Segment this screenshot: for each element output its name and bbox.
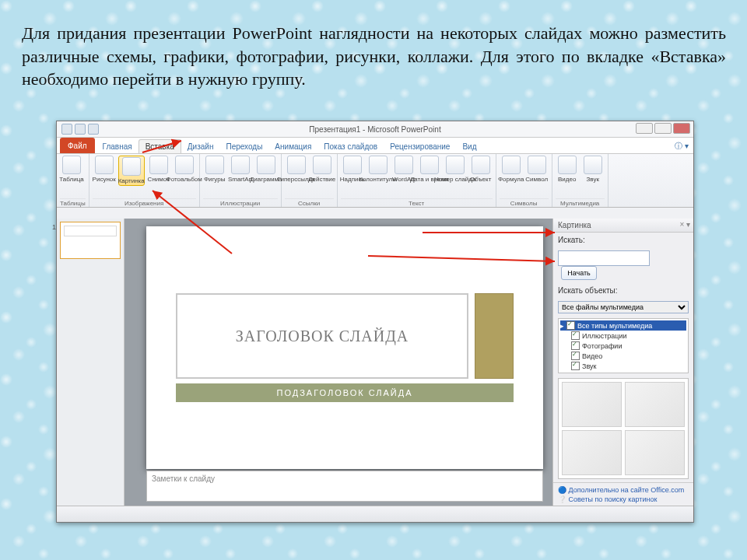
ribbon-button-label: Звук xyxy=(586,176,598,183)
media-type-tree[interactable]: ▸ Все типы мультимедиа Иллюстрации Фотог… xyxy=(558,318,689,373)
checkbox-icon[interactable] xyxy=(571,331,580,340)
footer-link-tips[interactable]: ❔ Советы по поиску картинок xyxy=(558,495,689,504)
ribbon-button[interactable]: Фигуры xyxy=(203,156,226,183)
maximize-button[interactable] xyxy=(654,123,672,134)
tree-item[interactable]: Иллюстрации xyxy=(560,331,686,341)
ribbon-icon xyxy=(472,156,490,174)
minimize-button[interactable] xyxy=(636,123,653,134)
ribbon-button-label: Формула xyxy=(498,176,524,183)
ribbon-group-label: Изображения xyxy=(93,198,196,207)
status-bar xyxy=(57,506,693,522)
ribbon-button[interactable]: Звук xyxy=(581,156,605,183)
footer-link-office[interactable]: 🔵 Дополнительно на сайте Office.com xyxy=(558,485,689,495)
ribbon-group-label: Мультимедиа xyxy=(556,198,605,207)
slide-title-placeholder[interactable]: ЗАГОЛОВОК СЛАЙДА xyxy=(176,293,468,379)
clipart-result[interactable] xyxy=(562,430,622,475)
ribbon-group: РисунокКартинкаСнимокФотоальбомИзображен… xyxy=(89,154,200,207)
search-input[interactable] xyxy=(558,250,650,266)
ribbon-button[interactable]: Колонтитулы xyxy=(366,156,390,183)
slide-canvas-area: ЗАГОЛОВОК СЛАЙДА ПОДЗАГОЛОВОК СЛАЙДА Зам… xyxy=(124,219,552,506)
checkbox-icon[interactable] xyxy=(566,321,575,330)
ribbon-icon xyxy=(175,156,194,174)
panel-close-icon[interactable]: × ▾ xyxy=(679,220,690,229)
ribbon-button-label: Объект xyxy=(470,176,491,183)
ribbon-button[interactable]: Действие xyxy=(310,156,334,183)
ribbon-button[interactable]: SmartArt xyxy=(229,156,252,183)
ribbon-icon xyxy=(558,156,577,174)
ribbon-icon xyxy=(446,156,465,174)
ribbon-button[interactable]: Формула xyxy=(500,156,523,183)
tab-animation[interactable]: Анимация xyxy=(268,140,317,153)
ribbon-icon xyxy=(584,156,602,174)
clipart-result[interactable] xyxy=(562,382,622,427)
quick-access-toolbar[interactable] xyxy=(61,124,99,135)
clipart-result[interactable] xyxy=(625,430,685,475)
media-type-select[interactable]: Все файлы мультимедиа xyxy=(558,301,689,313)
ribbon-button[interactable]: Диаграмма xyxy=(254,156,278,183)
close-button[interactable] xyxy=(673,123,690,134)
ribbon-group: НадписьКолонтитулыWordArtДата и времяНом… xyxy=(338,154,496,207)
tab-file[interactable]: Файл xyxy=(60,138,95,153)
caption-text: Для придания презентации PowerPoint нагл… xyxy=(22,22,726,91)
tree-item[interactable]: Фотографии xyxy=(560,341,686,351)
notes-pane[interactable]: Заметки к слайду xyxy=(146,471,543,502)
ribbon-group: ФормулаСимволСимволы xyxy=(496,154,552,207)
search-go-button[interactable]: Начать xyxy=(561,266,597,280)
ribbon-icon xyxy=(257,156,275,174)
ribbon-group-label: Таблицы xyxy=(60,198,86,207)
ribbon-button[interactable]: Гиперссылка xyxy=(285,156,308,183)
search-label: Искать: xyxy=(553,233,693,247)
ribbon-button[interactable]: Видео xyxy=(556,156,579,183)
ribbon-icon xyxy=(502,156,521,174)
ribbon-icon xyxy=(205,156,224,174)
clipart-result[interactable] xyxy=(625,382,685,427)
tree-root[interactable]: ▸ Все типы мультимедиа xyxy=(560,320,686,331)
panel-header: Картинка × ▾ xyxy=(553,219,693,233)
qat-redo-icon[interactable] xyxy=(88,124,99,135)
slide-thumbnails[interactable]: 1 xyxy=(57,219,124,506)
ribbon-icon xyxy=(149,156,168,174)
ribbon-button-label: Действие xyxy=(308,176,335,183)
slide-subtitle-placeholder[interactable]: ПОДЗАГОЛОВОК СЛАЙДА xyxy=(176,383,514,402)
slide[interactable]: ЗАГОЛОВОК СЛАЙДА ПОДЗАГОЛОВОК СЛАЙДА xyxy=(146,226,543,469)
ribbon-icon xyxy=(231,156,250,174)
ribbon-button[interactable]: Фотоальбом xyxy=(173,156,196,186)
qat-save-icon[interactable] xyxy=(61,124,72,135)
tab-review[interactable]: Рецензирование xyxy=(384,140,456,153)
checkbox-icon[interactable] xyxy=(571,352,580,360)
ribbon-button[interactable]: Номер слайда xyxy=(444,156,467,183)
checkbox-icon[interactable] xyxy=(571,341,580,350)
tree-item[interactable]: Звук xyxy=(560,361,686,371)
tab-insert[interactable]: Вставка xyxy=(139,139,181,153)
tab-view[interactable]: Вид xyxy=(456,140,482,153)
tree-item[interactable]: Видео xyxy=(560,351,686,361)
ribbon-group: ТаблицаТаблицы xyxy=(57,154,89,207)
slide-thumbnail-1[interactable] xyxy=(60,222,121,259)
ribbon-button[interactable]: Рисунок xyxy=(93,156,116,186)
ribbon-icon xyxy=(313,156,331,174)
thumb-number: 1 xyxy=(52,223,56,231)
tab-slideshow[interactable]: Показ слайдов xyxy=(317,140,384,153)
tab-home[interactable]: Главная xyxy=(96,140,139,153)
tree-item-label: Звук xyxy=(582,362,596,370)
checkbox-icon[interactable] xyxy=(571,362,580,370)
ribbon-button-label: Видео xyxy=(558,176,576,183)
ribbon-button[interactable]: Таблица xyxy=(60,156,83,183)
tab-transitions[interactable]: Переходы xyxy=(219,140,268,153)
panel-title: Картинка xyxy=(558,221,591,229)
ribbon-icon xyxy=(420,156,439,174)
ribbon-button-label: Рисунок xyxy=(93,176,116,183)
qat-undo-icon[interactable] xyxy=(75,124,86,135)
tree-item-label: Видео xyxy=(582,352,602,360)
ribbon-button-label: Фигуры xyxy=(204,176,226,183)
help-icon[interactable]: ⓘ ▾ xyxy=(670,139,693,153)
ribbon-icon xyxy=(343,156,362,174)
ribbon-group: ВидеоЗвукМультимедиа xyxy=(552,154,608,207)
window-title: Презентация1 - Microsoft PowerPoint xyxy=(309,125,440,134)
ribbon-button[interactable]: Символ xyxy=(525,156,549,183)
panel-footer: 🔵 Дополнительно на сайте Office.com ❔ Со… xyxy=(553,482,693,506)
tree-item-label: Фотографии xyxy=(582,342,622,350)
tab-design[interactable]: Дизайн xyxy=(181,140,220,153)
ribbon-button[interactable]: Картинка xyxy=(118,156,145,186)
ribbon-button[interactable]: Объект xyxy=(469,156,493,183)
